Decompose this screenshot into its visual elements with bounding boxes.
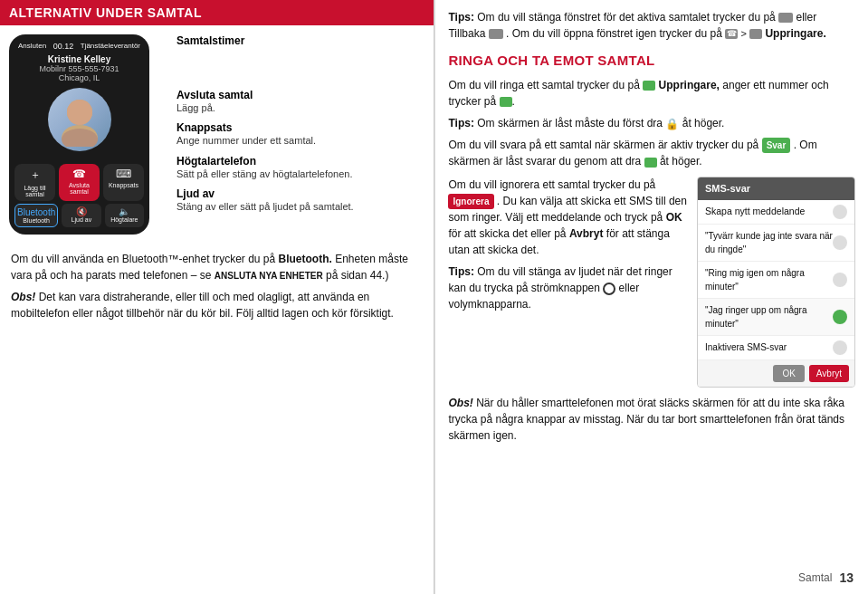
power-button-icon [603,283,615,295]
contact-avatar [48,88,111,151]
mute-icon: 🔇 [63,206,99,216]
add-call-icon: ＋ [30,168,41,183]
ringa-p1: Om du vill ringa ett samtal trycker du p… [448,79,639,91]
ignorera-paragraph: Om du vill ignorera ett samtal trycker d… [448,177,688,258]
keypad-label: Knappsats [109,182,138,188]
obs-paragraph: Obs! Det kan vara distraherande, eller t… [11,289,423,321]
phone-ansluten: Ansluten [18,42,46,51]
sms-item-2-text: "Ring mig igen om några minuter" [705,266,833,293]
avsluta-text: Lägg på. [176,101,424,114]
sms-item-1[interactable]: "Tyvärr kunde jag inte svara när du ring… [698,225,854,262]
ljud-title: Ljud av [176,187,424,200]
sms-item-0[interactable]: Skapa nytt meddelande [698,200,854,225]
phone-icon-small [778,13,793,23]
samtalstimer-label: Samtalstimer [176,34,244,47]
annotation-knappsats: Knappsats Ange nummer under ett samtal. [176,121,424,147]
body-p2c-text: på sidan 44.) [326,269,388,282]
sms-circle-2 [833,273,847,287]
knappsats-text: Ange nummer under ett samtal. [176,134,424,147]
bluetooth-label: Bluetooth [17,217,55,224]
add-call-label: Lägg till samtal [17,185,52,197]
annotation-ljud: Ljud av Stäng av eller sätt på ljudet på… [176,187,424,213]
tip3-label: Tips: [448,265,473,278]
sms-avbryt-button[interactable]: Avbryt [809,365,849,382]
body-p1-text: Om du vill använda en Bluetooth™-enhet t… [11,253,275,265]
sms-circle-3 [833,310,847,324]
annotation-avsluta: Avsluta samtal Lägg på. [176,89,424,114]
tip2-text2: åt höger. [682,117,725,129]
phone-btn-keypad[interactable]: ⌨ Knappsats [103,164,144,201]
sms-circle-1 [833,235,847,250]
sms-panel-footer: OK Avbryt [698,360,854,387]
ringa-section-header: RINGA OCH TA EMOT SAMTAL [448,51,855,72]
body-p1b-text: Bluetooth. [279,253,332,265]
phone-provider: Tjänstäeleverantör [81,42,140,51]
sms-item-4-text: Inaktivera SMS-svar [705,340,787,354]
phone-top-buttons: ＋ Lägg till samtal ☎ Avsluta samtal ⌨ Kn… [14,164,144,201]
ringa-p1b: Uppringare, [659,79,720,91]
tip2-label: Tips: [448,117,473,129]
avsluta-title: Avsluta samtal [176,89,424,101]
keypad-icon: ⌨ [116,168,131,180]
sms-item-3[interactable]: "Jag ringer upp om några minuter" [698,299,854,336]
call-icon [500,97,512,107]
end-call-label: Avsluta samtal [62,182,97,195]
hogtalar-title: Högtalartelefon [176,155,424,168]
phone-btn-end-call[interactable]: ☎ Avsluta samtal [59,164,100,201]
obs-text: Det kan vara distraherande, eller till o… [11,291,394,320]
phone-icon2: ☎ [725,29,738,39]
sms-item-0-text: Skapa nytt meddelande [705,205,805,219]
page-footer: Samtal 13 [798,570,854,585]
sms-ok-button[interactable]: OK [773,365,804,382]
phone-mockup: Ansluten 00.12 Tjänstäeleverantör Kristi… [9,34,149,235]
page-label: Samtal [798,571,832,584]
svara-p3-text: åt höger. [660,155,702,168]
svara-p-text: Om du vill svara på ett samtal när skärm… [448,139,758,151]
page-number: 13 [839,570,854,585]
body-p2b-text: ANSLUTA NYA ENHETER [215,271,323,281]
obs2-paragraph: Obs! När du håller smarttelefonen mot ör… [448,395,855,444]
obs2-text: När du håller smarttelefonen mot örat sl… [448,397,844,442]
ignorera-button-example: Ignorera [448,194,493,209]
knappsats-title: Knappsats [176,121,424,134]
phone-contact-number: Mobilnr 555-555-7931 [39,64,119,73]
phone-contact-name: Kristine Kelley [48,54,110,64]
uppringare-icon [643,81,655,91]
phone-time: 00.12 [53,42,74,51]
obs-label: Obs! [11,291,35,303]
sms-item-1-text: "Tyvärr kunde jag inte svara när du ring… [705,229,833,256]
annotation-hogtalar: Högtalartelefon Sätt på eller stäng av h… [176,155,424,180]
ringa-paragraph: Om du vill ringa ett samtal trycker du p… [448,77,855,110]
avbryt-text: Avbryt [569,227,604,240]
sms-panel-header: SMS-svar [698,177,854,200]
ok-text: OK [666,211,682,224]
tip1-label: Tips: [448,11,473,24]
sms-circle-0 [833,205,847,219]
speaker-label: Högtalare [107,216,142,223]
svar-button-example: Svar [762,138,791,153]
obs2-label: Obs! [448,397,472,409]
tip1-text3: . Om du vill öppna fönstret igen trycker… [506,27,722,40]
sms-item-3-text: "Jag ringer upp om några minuter" [705,303,833,331]
hogtalar-text: Sätt på eller stäng av högtalartelefonen… [176,168,424,180]
phone-btn-add-call[interactable]: ＋ Lägg till samtal [14,164,55,201]
tip1-paragraph: Tips: Om du vill stänga fönstret för det… [448,9,855,42]
tip2-paragraph: Tips: Om skärmen är låst måste du först … [448,115,855,132]
left-column: ALTERNATIV UNDER SAMTAL Ansluten 00.12 T… [0,0,434,594]
bluetooth-icon: Bluetooth [17,207,55,217]
phone-btn-bluetooth[interactable]: Bluetooth Bluetooth [14,204,58,227]
mute-label: Ljud av [63,216,99,223]
body-text-section: Om du vill använda en Bluetooth™-enhet t… [0,244,434,334]
sms-circle-4 [833,340,847,355]
svg-point-2 [67,100,92,125]
sms-section: Om du vill ignorera ett samtal trycker d… [448,177,855,388]
left-section-header: ALTERNATIV UNDER SAMTAL [0,0,434,25]
phone-btn-mute[interactable]: 🔇 Ljud av [62,204,100,227]
tip2-text: Om skärmen är låst måste du först dra [477,117,663,129]
ignorera-text-section: Om du vill ignorera ett samtal trycker d… [448,177,688,388]
end-call-icon: ☎ [72,168,86,180]
sms-item-2[interactable]: "Ring mig igen om några minuter" [698,262,854,299]
phone-btn-speaker[interactable]: 🔈 Högtalare [105,204,144,227]
tip1-uppringare: Uppringare. [765,27,825,40]
sms-item-4[interactable]: Inaktivera SMS-svar [698,336,854,360]
